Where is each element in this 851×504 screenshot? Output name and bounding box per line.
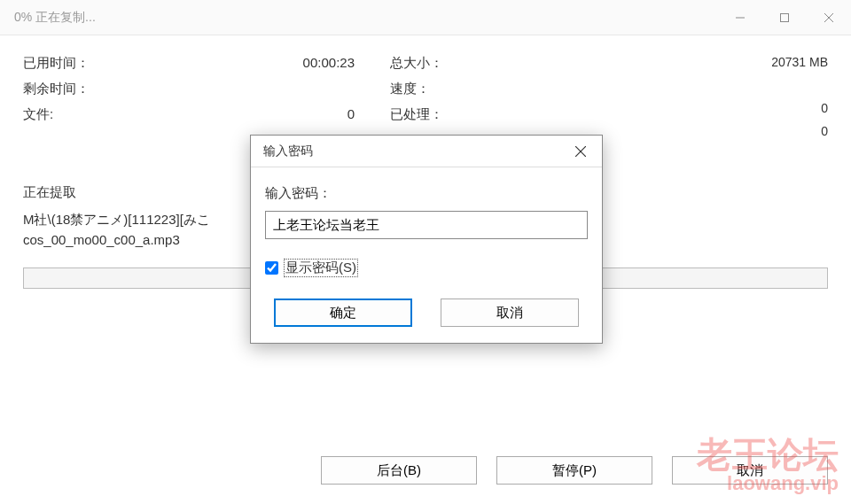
minimize-button[interactable]: [718, 0, 762, 35]
close-icon: [575, 146, 586, 157]
dialog-body: 输入密码： 显示密码(S) 确定 取消: [251, 167, 602, 343]
close-button[interactable]: [807, 0, 851, 35]
files-value: 0: [347, 106, 390, 123]
close-icon: [824, 12, 834, 23]
window-controls: [718, 0, 851, 35]
window-titlebar: 0% 正在复制...: [0, 0, 851, 35]
window-title: 0% 正在复制...: [14, 10, 718, 26]
svg-rect-1: [781, 13, 789, 21]
dialog-titlebar: 输入密码: [251, 136, 602, 167]
speed-label: 速度：: [390, 81, 757, 97]
pause-button[interactable]: 暂停(P): [496, 456, 652, 485]
elapsed-label: 已用时间：: [23, 55, 303, 72]
ratio-value: 0: [757, 124, 828, 138]
processed-value: 0: [757, 101, 828, 115]
ok-button[interactable]: 确定: [274, 299, 412, 327]
processed-label: 已处理：: [390, 106, 757, 123]
background-button[interactable]: 后台(B): [321, 456, 477, 485]
totalsize-value: 20731 MB: [757, 55, 828, 69]
password-input[interactable]: [265, 211, 588, 239]
files-label: 文件:: [23, 106, 347, 123]
password-label: 输入密码：: [265, 185, 588, 202]
remaining-label: 剩余时间：: [23, 81, 390, 97]
totalsize-label: 总大小：: [390, 55, 757, 72]
maximize-icon: [779, 12, 790, 23]
dialog-cancel-button[interactable]: 取消: [441, 299, 579, 327]
show-password-label[interactable]: 显示密码(S): [284, 259, 358, 277]
cancel-button[interactable]: 取消: [672, 456, 828, 485]
elapsed-value: 00:00:23: [303, 55, 390, 72]
footer-buttons: 后台(B) 暂停(P) 取消: [321, 456, 828, 485]
dialog-title: 输入密码: [263, 143, 559, 159]
dialog-buttons: 确定 取消: [265, 299, 588, 327]
show-password-checkbox[interactable]: [265, 261, 278, 275]
maximize-button[interactable]: [762, 0, 807, 35]
dialog-close-button[interactable]: [559, 136, 602, 167]
password-dialog: 输入密码 输入密码： 显示密码(S) 确定 取消: [250, 135, 603, 344]
stats-grid: 已用时间： 00:00:23 剩余时间： 文件: 0 总大小： 速度： 已处理：…: [23, 55, 828, 138]
show-password-row: 显示密码(S): [265, 259, 588, 277]
minimize-icon: [735, 12, 746, 23]
